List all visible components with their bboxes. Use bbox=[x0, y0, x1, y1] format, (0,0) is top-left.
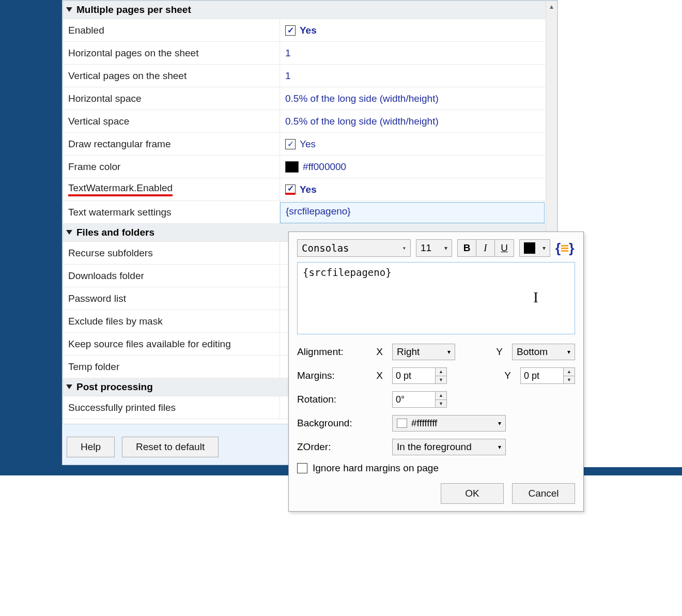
spin-up-icon[interactable]: ▲ bbox=[436, 392, 446, 400]
align-x-combo[interactable]: Right▾ bbox=[392, 344, 455, 360]
row-frame[interactable]: Draw rectangular frame ✓ Yes bbox=[63, 133, 557, 156]
row-vertical-space[interactable]: Vertical space 0.5% of the long side (wi… bbox=[63, 110, 557, 133]
font-color-combo[interactable]: ▾ bbox=[519, 239, 550, 257]
bg-swatch-icon bbox=[397, 419, 407, 428]
popup-footer: OK Cancel bbox=[297, 483, 575, 504]
rotation-label: Rotation: bbox=[297, 394, 364, 405]
underline-button[interactable]: U bbox=[495, 240, 514, 256]
align-y-combo[interactable]: Bottom▾ bbox=[512, 344, 575, 360]
row-vertical-pages[interactable]: Vertical pages on the sheet 1 bbox=[63, 65, 557, 87]
margins-label: Margins: bbox=[297, 370, 364, 381]
insert-macro-button[interactable]: {} bbox=[555, 240, 574, 256]
text-cursor-icon: I bbox=[533, 288, 538, 306]
row-text-watermark-settings[interactable]: Text watermark settings {srcfilepageno} bbox=[63, 201, 557, 224]
row-horizontal-pages[interactable]: Horizontal pages on the sheet 1 bbox=[63, 42, 557, 65]
margin-y-spinner[interactable]: ▲▼ bbox=[520, 367, 575, 384]
section-multiple-pages[interactable]: Multiple pages per sheet bbox=[63, 1, 557, 19]
ignore-margins-label: Ignore hard margins on page bbox=[313, 463, 439, 474]
value-enabled: Yes bbox=[300, 25, 317, 36]
text-watermark-settings-input[interactable]: {srcfilepageno} bbox=[280, 202, 545, 223]
alignment-label: Alignment: bbox=[297, 346, 364, 358]
spin-up-icon[interactable]: ▲ bbox=[436, 368, 446, 376]
row-frame-color[interactable]: Frame color #ff000000 bbox=[63, 156, 557, 178]
frame-color-swatch[interactable] bbox=[285, 161, 299, 173]
spin-up-icon[interactable]: ▲ bbox=[564, 368, 575, 376]
scroll-up-icon[interactable]: ▲ bbox=[546, 1, 557, 12]
chevron-down-icon: ▾ bbox=[447, 348, 451, 356]
zorder-label: ZOrder: bbox=[297, 441, 364, 453]
background-label: Background: bbox=[297, 418, 364, 429]
collapse-icon bbox=[66, 7, 72, 12]
ignore-margins-checkbox[interactable] bbox=[297, 463, 307, 473]
editor-toolbar: Consolas▾ 11▾ B I U ▾ {} bbox=[297, 239, 575, 257]
spin-down-icon[interactable]: ▼ bbox=[436, 376, 446, 384]
margin-y-input[interactable] bbox=[521, 368, 563, 383]
font-family-combo[interactable]: Consolas▾ bbox=[297, 239, 411, 257]
row-horizontal-space[interactable]: Horizontal space 0.5% of the long side (… bbox=[63, 87, 557, 110]
chevron-down-icon: ▾ bbox=[498, 420, 501, 427]
collapse-icon bbox=[66, 230, 72, 235]
label-enabled: Enabled bbox=[63, 19, 280, 41]
italic-button[interactable]: I bbox=[476, 240, 495, 256]
rotation-input[interactable] bbox=[393, 392, 435, 407]
cancel-button[interactable]: Cancel bbox=[512, 483, 575, 504]
bold-button[interactable]: B bbox=[458, 240, 476, 256]
section-title: Multiple pages per sheet bbox=[76, 4, 191, 16]
row-textwatermark-enabled[interactable]: TextWatermark.Enabled ✓ Yes bbox=[63, 178, 557, 201]
chevron-down-icon: ▾ bbox=[444, 244, 447, 252]
spin-down-icon[interactable]: ▼ bbox=[564, 376, 575, 384]
margin-x-input[interactable] bbox=[393, 368, 435, 383]
checkbox-enabled[interactable]: ✓ bbox=[285, 25, 296, 36]
checkbox-frame[interactable]: ✓ bbox=[285, 139, 296, 149]
help-button[interactable]: Help bbox=[67, 437, 115, 457]
chevron-down-icon: ▾ bbox=[402, 244, 406, 252]
margin-x-spinner[interactable]: ▲▼ bbox=[392, 367, 447, 384]
background-combo[interactable]: #ffffffff ▾ bbox=[392, 415, 506, 432]
rotation-spinner[interactable]: ▲▼ bbox=[392, 391, 447, 408]
chevron-down-icon: ▾ bbox=[498, 443, 501, 451]
bottom-buttons: Help Reset to default bbox=[67, 437, 219, 457]
color-swatch-icon bbox=[524, 242, 535, 254]
watermark-text-editor[interactable]: {srcfilepageno} I bbox=[297, 262, 575, 334]
collapse-icon bbox=[66, 384, 72, 389]
checkbox-tw-enabled[interactable]: ✓ bbox=[285, 184, 296, 195]
font-style-group: B I U bbox=[457, 239, 514, 257]
spin-down-icon[interactable]: ▼ bbox=[436, 400, 446, 408]
chevron-down-icon: ▾ bbox=[542, 244, 546, 252]
watermark-editor-popup: Consolas▾ 11▾ B I U ▾ {} {srcfilepageno}… bbox=[288, 232, 584, 512]
ok-button[interactable]: OK bbox=[441, 483, 504, 504]
chevron-down-icon: ▾ bbox=[567, 348, 570, 356]
font-size-combo[interactable]: 11▾ bbox=[416, 239, 452, 257]
reset-button[interactable]: Reset to default bbox=[122, 437, 219, 457]
row-enabled[interactable]: Enabled ✓ Yes bbox=[63, 19, 557, 42]
zorder-combo[interactable]: In the foreground▾ bbox=[392, 439, 506, 455]
